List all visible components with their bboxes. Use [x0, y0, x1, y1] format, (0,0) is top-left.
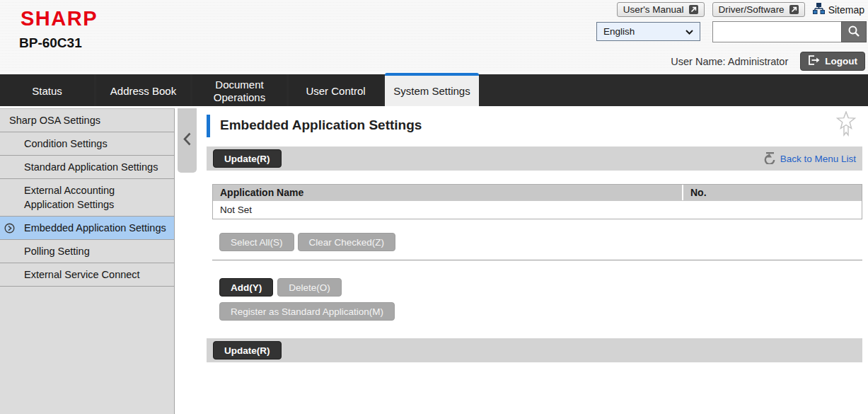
sidebar-item-embedded-application-settings[interactable]: Embedded Application Settings	[0, 217, 174, 240]
top-toolbar: Update(R) Back to Menu List	[207, 146, 862, 171]
tab-system-settings[interactable]: System Settings	[385, 73, 479, 106]
select-all-button[interactable]: Select All(S)	[219, 233, 294, 251]
users-manual-button[interactable]: User's Manual	[617, 2, 705, 17]
favorite-star-icon[interactable]	[835, 111, 857, 141]
column-no: No.	[682, 185, 862, 200]
logout-button[interactable]: Logout	[800, 52, 865, 71]
selection-buttons-row: Select All(S) Clear Checked(Z)	[219, 233, 862, 251]
logout-icon	[808, 55, 820, 67]
tab-user-control[interactable]: User Control	[289, 74, 383, 106]
back-to-menu-link[interactable]: Back to Menu List	[763, 151, 856, 166]
tab-document-operations[interactable]: Document Operations	[192, 74, 287, 106]
user-name-text: User Name: Administrator	[671, 56, 788, 67]
cell-no	[682, 201, 862, 219]
sidebar-item-external-accounting-application-settings[interactable]: External Accounting Application Settings	[0, 179, 174, 217]
title-accent-bar	[207, 115, 210, 137]
external-link-icon	[689, 5, 698, 14]
register-as-standard-application-button[interactable]: Register as Standard Application(M)	[219, 302, 395, 321]
table-row[interactable]: Not Set	[213, 200, 862, 219]
sidebar-item-sharp-osa-settings[interactable]: Sharp OSA Settings	[0, 109, 174, 132]
search-input[interactable]	[712, 21, 841, 42]
driver-software-button[interactable]: Driver/Software	[712, 2, 805, 17]
sharp-logo: SHARP	[21, 7, 98, 30]
chevron-left-icon	[183, 132, 191, 149]
add-button[interactable]: Add(Y)	[219, 278, 273, 297]
users-manual-label: User's Manual	[623, 4, 684, 15]
add-delete-buttons-row: Add(Y) Delete(O)	[219, 278, 862, 297]
utility-links: User's Manual Driver/Software Sitemap	[617, 2, 864, 17]
sidebar-item-condition-settings[interactable]: Condition Settings	[0, 132, 174, 156]
sidebar-item-external-service-connect[interactable]: External Service Connect	[0, 263, 174, 287]
driver-software-label: Driver/Software	[719, 4, 785, 15]
application-table-header: Application Name No.	[213, 185, 862, 200]
search-icon	[847, 25, 860, 40]
language-selected-value: English	[603, 26, 635, 37]
register-button-row: Register as Standard Application(M)	[219, 302, 862, 321]
chevron-down-icon	[685, 26, 693, 37]
language-select[interactable]: English	[596, 22, 700, 41]
search-box	[712, 21, 867, 42]
sitemap-link[interactable]: Sitemap	[813, 3, 864, 16]
back-to-menu-label: Back to Menu List	[780, 154, 856, 164]
update-button-bottom[interactable]: Update(R)	[213, 341, 282, 360]
column-application-name: Application Name	[213, 185, 682, 200]
selected-arrow-icon	[4, 223, 15, 237]
sidebar-item-polling-setting[interactable]: Polling Setting	[0, 240, 174, 263]
sidebar-collapse-button[interactable]	[178, 108, 197, 173]
update-button-top[interactable]: Update(R)	[213, 149, 282, 168]
sidebar-item-standard-application-settings[interactable]: Standard Application Settings	[0, 156, 174, 179]
sitemap-label: Sitemap	[828, 4, 864, 16]
page-title: Embedded Application Settings	[220, 117, 422, 133]
tab-status[interactable]: Status	[0, 74, 94, 106]
bottom-toolbar: Update(R)	[207, 338, 862, 362]
search-button[interactable]	[841, 21, 867, 42]
return-arrow-icon	[763, 151, 777, 166]
model-number: BP-60C31	[19, 35, 82, 51]
clear-checked-button[interactable]: Clear Checked(Z)	[298, 233, 396, 251]
application-table: Application Name No. Not Set	[212, 184, 862, 219]
cell-application-name: Not Set	[213, 201, 682, 219]
external-link-icon	[789, 5, 799, 14]
main-tab-bar: Status Address Book Document Operations …	[0, 74, 868, 106]
logout-label: Logout	[825, 56, 857, 67]
sitemap-icon	[813, 3, 825, 16]
divider	[212, 260, 862, 260]
delete-button[interactable]: Delete(O)	[277, 278, 342, 297]
title-row: Embedded Application Settings	[207, 108, 862, 145]
page: SHARP BP-60C31 User's Manual Driver/Soft…	[0, 0, 868, 414]
main-content: Embedded Application Settings Update(R) …	[207, 108, 862, 362]
sidebar: Sharp OSA Settings Condition Settings St…	[0, 108, 175, 414]
header: SHARP BP-60C31 User's Manual Driver/Soft…	[0, 0, 868, 73]
search-row: English	[596, 21, 867, 42]
tab-address-book[interactable]: Address Book	[96, 74, 190, 106]
user-row: User Name: Administrator Logout	[671, 52, 865, 71]
